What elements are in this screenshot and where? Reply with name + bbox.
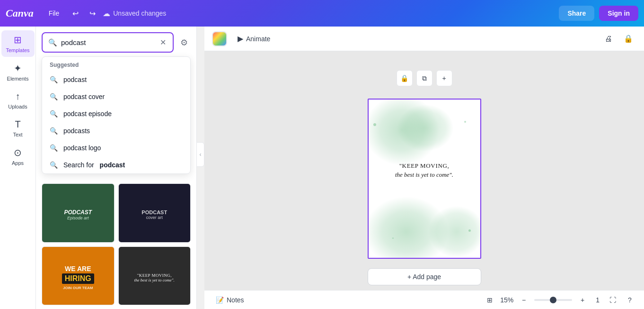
page-action-buttons: 🔒 ⧉ + — [397, 70, 452, 86]
sidebar-item-text-label: Text — [13, 132, 22, 137]
canva-logo[interactable]: Canva — [6, 7, 34, 19]
template-thumb-orange: WE ARE HIRING JOIN OUR TEAM — [42, 247, 114, 306]
search-box-area: 🔍 ✕ ⚙ — [36, 27, 196, 56]
design-card[interactable]: "KEEP MOVING, the best is yet to come". — [368, 99, 481, 259]
template-thumb-4[interactable]: "KEEP MOVING, the best is yet to come". — [118, 246, 191, 306]
undo-button[interactable]: ↩ — [69, 7, 82, 20]
lock-page-icon: 🔒 — [400, 74, 408, 82]
zoom-out-icon: − — [522, 296, 526, 304]
sidebar-item-uploads[interactable]: ↑ Uploads — [1, 87, 35, 113]
watercolor-decoration-bottom2 — [428, 206, 481, 258]
suggestion-podcasts[interactable]: 🔍 podcasts — [42, 122, 190, 139]
show-pages-icon: ⊞ — [487, 296, 493, 304]
sidebar-item-elements[interactable]: ✦ Elements — [1, 59, 35, 85]
suggestion-search-icon-4: 🔍 — [50, 127, 58, 135]
suggestion-search-for-podcast[interactable]: 🔍 Search for podcast — [42, 156, 190, 173]
canvas-toolbar: ▶ Animate 🖨 🔒 — [204, 27, 644, 51]
unsaved-changes-label: Unsaved changes — [113, 9, 166, 17]
apps-icon: ⊙ — [14, 147, 22, 158]
watercolor-decoration-top2 — [397, 104, 454, 152]
page-counter: 1 — [593, 296, 602, 304]
suggested-section-label: Suggested — [42, 57, 190, 71]
clear-search-button[interactable]: ✕ — [159, 37, 167, 48]
suggestion-text-6-bold: podcast — [100, 161, 125, 169]
notes-icon: 📝 — [216, 296, 224, 304]
sidebar-item-templates[interactable]: ⊞ Templates — [1, 30, 35, 57]
suggestion-text-3: podcast episode — [63, 110, 112, 118]
cloud-icon: ☁ — [103, 9, 110, 18]
template-thumb-green: PODCAST Episode art — [42, 184, 114, 243]
sidebar-item-text[interactable]: T Text — [1, 115, 35, 141]
templates-grid: PODCAST Episode art PODCAST cover art WE… — [36, 180, 196, 309]
quote-text-block: "KEEP MOVING, the best is yet to come". — [382, 162, 467, 180]
topbar-right-actions: Share Sign in — [559, 6, 638, 21]
zoom-controls: ⊞ 15% − + 1 ⛶ ? — [483, 293, 636, 307]
add-page-top-icon: + — [442, 74, 446, 82]
suggestion-search-icon-5: 🔍 — [50, 144, 58, 152]
quote-main-text: "KEEP MOVING, — [382, 162, 467, 170]
search-icon: 🔍 — [48, 38, 57, 47]
color-picker-button[interactable] — [212, 31, 227, 46]
search-panel: 🔍 ✕ ⚙ Suggested 🔍 podcast 🔍 podcast cove… — [36, 27, 197, 309]
show-pages-button[interactable]: ⊞ — [483, 293, 496, 307]
topbar: Canva File ↩ ↪ ☁ Unsaved changes Share S… — [0, 0, 644, 27]
suggestion-text-2: podcast cover — [63, 93, 105, 100]
zoom-out-button[interactable]: − — [517, 293, 530, 307]
suggestion-search-icon-6: 🔍 — [50, 161, 58, 169]
sidebar-item-elements-label: Elements — [7, 76, 29, 82]
unsaved-changes-indicator: ☁ Unsaved changes — [103, 9, 166, 18]
sidebar-item-apps[interactable]: ⊙ Apps — [1, 143, 35, 170]
chevron-left-icon: ‹ — [200, 151, 202, 158]
suggestion-podcast-cover[interactable]: 🔍 podcast cover — [42, 88, 190, 105]
suggestions-dropdown: Suggested 🔍 podcast 🔍 podcast cover 🔍 po… — [42, 56, 191, 174]
hide-panel-button[interactable]: ‹ — [197, 142, 204, 167]
add-page-button[interactable]: + Add page — [368, 268, 481, 285]
lock-page-button[interactable]: 🔒 — [397, 70, 413, 86]
watercolor-dot-1 — [373, 123, 376, 126]
fullscreen-button[interactable]: ⛶ — [606, 293, 619, 307]
canvas-page-area: 🔒 ⧉ + "KEEP MOVING, the best is yet to c… — [368, 70, 481, 285]
filter-icon: ⚙ — [180, 38, 188, 47]
zoom-slider[interactable] — [534, 299, 572, 301]
help-icon: ? — [628, 296, 632, 304]
suggestion-podcast-episode[interactable]: 🔍 podcast episode — [42, 105, 190, 122]
help-button[interactable]: ? — [623, 293, 636, 307]
templates-icon: ⊞ — [14, 34, 22, 45]
file-menu-button[interactable]: File — [43, 7, 65, 20]
notes-label: Notes — [227, 296, 244, 304]
watercolor-dot-3 — [468, 229, 471, 232]
template-thumb-3[interactable]: WE ARE HIRING JOIN OUR TEAM — [42, 246, 115, 306]
zoom-in-icon: + — [581, 296, 584, 304]
sidebar-item-uploads-label: Uploads — [8, 104, 27, 109]
suggestion-text-1: podcast — [63, 76, 87, 83]
animate-button[interactable]: ▶ Animate — [233, 31, 275, 46]
suggestion-search-icon-1: 🔍 — [50, 76, 58, 83]
print-button[interactable]: 🖨 — [600, 31, 617, 47]
lock-icon: 🔒 — [624, 34, 633, 43]
canvas-scroll-area[interactable]: 🔒 ⧉ + "KEEP MOVING, the best is yet to c… — [204, 51, 644, 290]
signin-button[interactable]: Sign in — [599, 6, 638, 21]
template-thumb-quote: "KEEP MOVING, the best is yet to come". — [119, 247, 191, 306]
sidebar-item-apps-label: Apps — [12, 160, 24, 166]
bottom-bar: 📝 Notes ⊞ 15% − + 1 ⛶ ? — [204, 290, 644, 309]
filter-button[interactable]: ⚙ — [177, 35, 191, 51]
zoom-in-button[interactable]: + — [576, 293, 589, 307]
search-input[interactable] — [61, 38, 155, 46]
lock-button[interactable]: 🔒 — [620, 31, 636, 47]
print-icon: 🖨 — [605, 35, 612, 43]
suggestion-text-6-prefix: Search for — [63, 161, 94, 169]
add-page-top-button[interactable]: + — [436, 70, 452, 86]
suggestion-podcast[interactable]: 🔍 podcast — [42, 71, 190, 88]
template-thumb-2[interactable]: PODCAST cover art — [118, 183, 191, 243]
suggestion-podcast-logo[interactable]: 🔍 podcast logo — [42, 139, 190, 156]
suggestion-search-icon-2: 🔍 — [50, 93, 58, 100]
text-icon: T — [15, 119, 20, 130]
template-thumb-1[interactable]: PODCAST Episode art — [42, 183, 115, 243]
zoom-level-display: 15% — [500, 296, 513, 304]
notes-button[interactable]: 📝 Notes — [212, 294, 248, 306]
copy-page-button[interactable]: ⧉ — [416, 70, 432, 86]
canvas-toolbar-right: 🖨 🔒 — [600, 31, 636, 47]
redo-button[interactable]: ↪ — [86, 7, 99, 20]
share-button[interactable]: Share — [559, 6, 594, 21]
suggestion-text-5: podcast logo — [63, 144, 101, 152]
